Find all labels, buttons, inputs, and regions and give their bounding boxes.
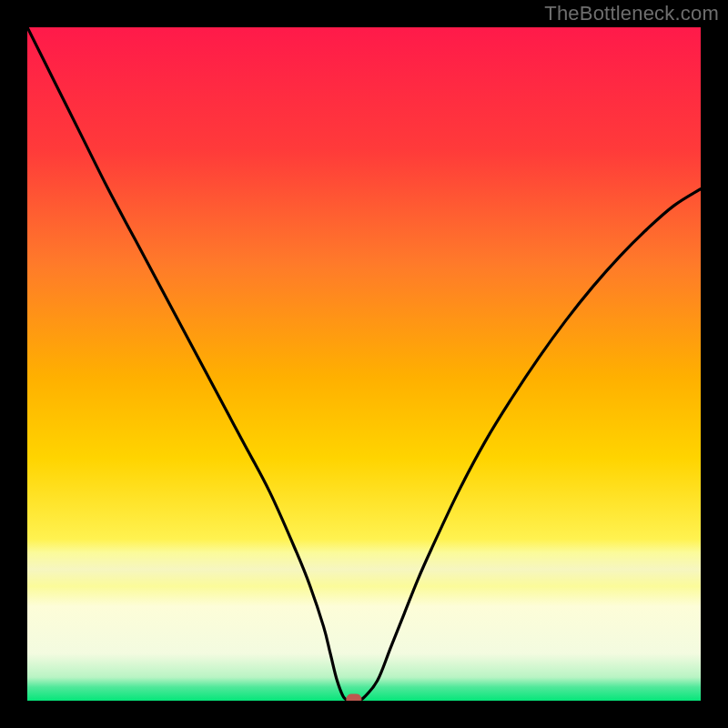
minimum-marker [347,694,361,701]
chart-frame: TheBottleneck.com [0,0,728,728]
chart-svg [27,27,701,701]
watermark-text: TheBottleneck.com [544,2,719,25]
plot-area [27,27,701,701]
gradient-background [27,27,701,701]
